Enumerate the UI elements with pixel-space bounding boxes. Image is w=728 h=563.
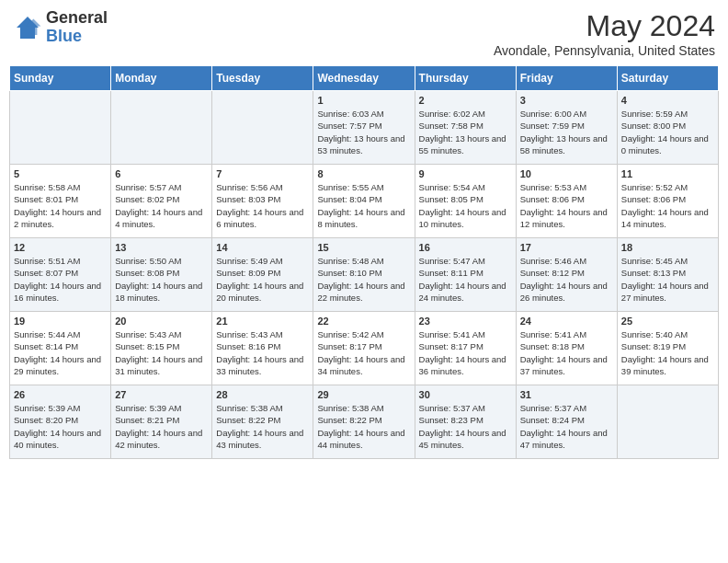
day-info: Sunrise: 6:03 AM Sunset: 7:57 PM Dayligh… (317, 108, 410, 156)
calendar-cell: 29Sunrise: 5:38 AM Sunset: 8:22 PM Dayli… (313, 385, 415, 459)
day-number: 13 (115, 242, 208, 253)
calendar-cell: 6Sunrise: 5:57 AM Sunset: 8:02 PM Daylig… (111, 165, 212, 238)
calendar-cell: 3Sunrise: 6:00 AM Sunset: 7:59 PM Daylig… (516, 91, 617, 165)
day-info: Sunrise: 5:37 AM Sunset: 8:24 PM Dayligh… (520, 402, 613, 451)
day-number: 14 (216, 242, 309, 253)
calendar-cell: 8Sunrise: 5:55 AM Sunset: 8:04 PM Daylig… (313, 165, 415, 238)
day-of-week-header: Saturday (617, 66, 718, 91)
calendar-cell: 24Sunrise: 5:41 AM Sunset: 8:18 PM Dayli… (516, 312, 617, 385)
calendar-cell: 20Sunrise: 5:43 AM Sunset: 8:15 PM Dayli… (111, 312, 212, 385)
day-info: Sunrise: 5:58 AM Sunset: 8:01 PM Dayligh… (14, 181, 107, 230)
calendar-cell: 5Sunrise: 5:58 AM Sunset: 8:01 PM Daylig… (10, 165, 111, 238)
day-info: Sunrise: 5:38 AM Sunset: 8:22 PM Dayligh… (317, 402, 410, 451)
day-info: Sunrise: 5:37 AM Sunset: 8:23 PM Dayligh… (419, 402, 512, 451)
day-info: Sunrise: 6:00 AM Sunset: 7:59 PM Dayligh… (520, 108, 613, 156)
day-of-week-header: Tuesday (212, 66, 313, 91)
calendar-cell: 25Sunrise: 5:40 AM Sunset: 8:19 PM Dayli… (617, 312, 718, 385)
day-number: 3 (520, 95, 613, 106)
calendar-week-row: 1Sunrise: 6:03 AM Sunset: 7:57 PM Daylig… (10, 91, 719, 165)
logo-icon (13, 13, 42, 42)
day-info: Sunrise: 5:46 AM Sunset: 8:12 PM Dayligh… (520, 255, 613, 304)
day-of-week-header: Sunday (10, 66, 111, 91)
day-number: 22 (317, 316, 410, 327)
day-info: Sunrise: 5:45 AM Sunset: 8:13 PM Dayligh… (621, 255, 714, 304)
calendar-cell: 14Sunrise: 5:49 AM Sunset: 8:09 PM Dayli… (212, 238, 313, 312)
day-info: Sunrise: 5:47 AM Sunset: 8:11 PM Dayligh… (419, 255, 512, 304)
calendar-cell: 26Sunrise: 5:39 AM Sunset: 8:20 PM Dayli… (10, 385, 111, 459)
calendar-cell: 12Sunrise: 5:51 AM Sunset: 8:07 PM Dayli… (10, 238, 111, 312)
calendar-cell: 30Sunrise: 5:37 AM Sunset: 8:23 PM Dayli… (415, 385, 516, 459)
day-info: Sunrise: 5:44 AM Sunset: 8:14 PM Dayligh… (14, 328, 107, 377)
calendar-cell (212, 91, 313, 165)
calendar-cell: 21Sunrise: 5:43 AM Sunset: 8:16 PM Dayli… (212, 312, 313, 385)
day-number: 6 (115, 168, 208, 179)
day-info: Sunrise: 5:54 AM Sunset: 8:05 PM Dayligh… (419, 181, 512, 230)
day-info: Sunrise: 5:39 AM Sunset: 8:21 PM Dayligh… (115, 402, 208, 451)
title-block: May 2024 Avondale, Pennsylvania, United … (494, 9, 715, 58)
day-info: Sunrise: 6:02 AM Sunset: 7:58 PM Dayligh… (419, 108, 512, 156)
calendar-cell: 23Sunrise: 5:41 AM Sunset: 8:17 PM Dayli… (415, 312, 516, 385)
day-number: 1 (317, 95, 410, 106)
calendar-week-row: 19Sunrise: 5:44 AM Sunset: 8:14 PM Dayli… (10, 312, 719, 385)
location: Avondale, Pennsylvania, United States (494, 43, 715, 58)
day-of-week-header: Friday (516, 66, 617, 91)
day-info: Sunrise: 5:43 AM Sunset: 8:16 PM Dayligh… (216, 328, 309, 377)
day-number: 17 (520, 242, 613, 253)
day-info: Sunrise: 5:43 AM Sunset: 8:15 PM Dayligh… (115, 328, 208, 377)
day-number: 21 (216, 316, 309, 327)
day-info: Sunrise: 5:50 AM Sunset: 8:08 PM Dayligh… (115, 255, 208, 304)
day-number: 15 (317, 242, 410, 253)
day-number: 28 (216, 389, 309, 400)
logo-general: General (46, 9, 108, 28)
logo-blue: Blue (46, 28, 108, 46)
calendar-cell: 28Sunrise: 5:38 AM Sunset: 8:22 PM Dayli… (212, 385, 313, 459)
day-number: 2 (419, 95, 512, 106)
calendar-cell: 17Sunrise: 5:46 AM Sunset: 8:12 PM Dayli… (516, 238, 617, 312)
day-number: 16 (419, 242, 512, 253)
calendar-cell: 10Sunrise: 5:53 AM Sunset: 8:06 PM Dayli… (516, 165, 617, 238)
day-number: 25 (621, 316, 714, 327)
day-number: 18 (621, 242, 714, 253)
calendar-cell: 16Sunrise: 5:47 AM Sunset: 8:11 PM Dayli… (415, 238, 516, 312)
calendar-cell: 9Sunrise: 5:54 AM Sunset: 8:05 PM Daylig… (415, 165, 516, 238)
calendar-cell: 4Sunrise: 5:59 AM Sunset: 8:00 PM Daylig… (617, 91, 718, 165)
calendar-week-row: 12Sunrise: 5:51 AM Sunset: 8:07 PM Dayli… (10, 238, 719, 312)
day-number: 19 (14, 316, 107, 327)
day-number: 9 (419, 168, 512, 179)
calendar-cell: 19Sunrise: 5:44 AM Sunset: 8:14 PM Dayli… (10, 312, 111, 385)
calendar-table: SundayMondayTuesdayWednesdayThursdayFrid… (9, 65, 719, 459)
day-info: Sunrise: 5:49 AM Sunset: 8:09 PM Dayligh… (216, 255, 309, 304)
day-info: Sunrise: 5:48 AM Sunset: 8:10 PM Dayligh… (317, 255, 410, 304)
logo: General Blue (13, 9, 108, 46)
calendar-cell (617, 385, 718, 459)
calendar-cell: 22Sunrise: 5:42 AM Sunset: 8:17 PM Dayli… (313, 312, 415, 385)
day-info: Sunrise: 5:38 AM Sunset: 8:22 PM Dayligh… (216, 402, 309, 451)
page-header: General Blue May 2024 Avondale, Pennsylv… (9, 9, 719, 58)
logo-text: General Blue (46, 9, 108, 46)
calendar-cell: 7Sunrise: 5:56 AM Sunset: 8:03 PM Daylig… (212, 165, 313, 238)
calendar-cell: 27Sunrise: 5:39 AM Sunset: 8:21 PM Dayli… (111, 385, 212, 459)
day-info: Sunrise: 5:59 AM Sunset: 8:00 PM Dayligh… (621, 108, 714, 156)
day-of-week-header: Monday (111, 66, 212, 91)
day-of-week-header: Wednesday (313, 66, 415, 91)
day-info: Sunrise: 5:42 AM Sunset: 8:17 PM Dayligh… (317, 328, 410, 377)
day-number: 11 (621, 168, 714, 179)
calendar-cell: 13Sunrise: 5:50 AM Sunset: 8:08 PM Dayli… (111, 238, 212, 312)
day-info: Sunrise: 5:53 AM Sunset: 8:06 PM Dayligh… (520, 181, 613, 230)
calendar-cell: 1Sunrise: 6:03 AM Sunset: 7:57 PM Daylig… (313, 91, 415, 165)
day-number: 7 (216, 168, 309, 179)
calendar-cell: 15Sunrise: 5:48 AM Sunset: 8:10 PM Dayli… (313, 238, 415, 312)
day-info: Sunrise: 5:56 AM Sunset: 8:03 PM Dayligh… (216, 181, 309, 230)
calendar-cell (10, 91, 111, 165)
day-number: 5 (14, 168, 107, 179)
day-info: Sunrise: 5:57 AM Sunset: 8:02 PM Dayligh… (115, 181, 208, 230)
day-number: 20 (115, 316, 208, 327)
calendar-cell: 11Sunrise: 5:52 AM Sunset: 8:06 PM Dayli… (617, 165, 718, 238)
day-info: Sunrise: 5:41 AM Sunset: 8:17 PM Dayligh… (419, 328, 512, 377)
day-info: Sunrise: 5:41 AM Sunset: 8:18 PM Dayligh… (520, 328, 613, 377)
calendar-cell (111, 91, 212, 165)
day-number: 31 (520, 389, 613, 400)
calendar-week-row: 5Sunrise: 5:58 AM Sunset: 8:01 PM Daylig… (10, 165, 719, 238)
day-number: 26 (14, 389, 107, 400)
day-number: 27 (115, 389, 208, 400)
